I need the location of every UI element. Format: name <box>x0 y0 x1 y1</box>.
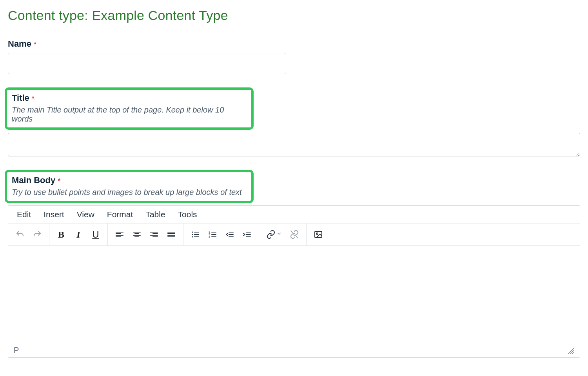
title-input[interactable] <box>8 133 580 156</box>
tb-group-media <box>307 223 330 245</box>
align-justify-icon <box>167 230 176 239</box>
outdent-icon <box>225 230 234 239</box>
body-highlight-box: Main Body * Try to use bullet points and… <box>5 170 254 203</box>
align-right-button[interactable] <box>145 226 163 243</box>
svg-point-16 <box>192 232 193 233</box>
required-marker: * <box>32 95 34 102</box>
rich-text-editor: Edit Insert View Format Table Tools <box>8 205 580 358</box>
title-highlight-box: Title * The main Title output at the top… <box>5 87 254 130</box>
link-icon <box>266 230 276 239</box>
required-marker: * <box>34 41 36 48</box>
rte-statusbar: P <box>8 344 580 357</box>
underline-icon: U <box>92 229 99 240</box>
tb-group-lists: 123 <box>183 223 259 245</box>
name-label: Name <box>8 39 31 49</box>
underline-button[interactable]: U <box>87 226 104 243</box>
field-main-body: Main Body * Try to use bullet points and… <box>8 170 580 358</box>
tb-group-align <box>108 223 183 245</box>
tb-group-link <box>259 223 307 245</box>
align-left-button[interactable] <box>111 226 128 243</box>
align-center-icon <box>132 230 142 239</box>
chevron-down-icon <box>276 231 282 238</box>
bold-icon: B <box>58 229 64 240</box>
undo-icon <box>15 230 25 239</box>
svg-point-37 <box>316 233 318 234</box>
svg-point-18 <box>192 236 193 238</box>
unlink-button[interactable] <box>286 226 303 243</box>
bold-button[interactable]: B <box>53 226 70 243</box>
align-right-icon <box>149 230 159 239</box>
rte-menu-tools[interactable]: Tools <box>178 210 197 219</box>
svg-line-34 <box>291 231 292 233</box>
italic-icon: I <box>76 229 80 240</box>
image-icon <box>314 230 323 239</box>
italic-button[interactable]: I <box>70 226 87 243</box>
title-help-text: The main Title output at the top of the … <box>12 105 247 124</box>
undo-button[interactable] <box>11 226 29 243</box>
list-bullet-icon <box>191 230 200 239</box>
bullet-list-button[interactable] <box>187 226 204 243</box>
outdent-button[interactable] <box>221 226 238 243</box>
body-label: Main Body <box>12 175 55 185</box>
align-justify-button[interactable] <box>163 226 180 243</box>
rte-element-path: P <box>14 346 19 355</box>
redo-icon <box>33 230 42 239</box>
rte-menu-edit[interactable]: Edit <box>17 210 31 219</box>
link-button[interactable] <box>262 226 286 243</box>
required-marker: * <box>58 178 60 184</box>
tb-group-history <box>8 223 49 245</box>
rte-menu-table[interactable]: Table <box>145 210 165 219</box>
field-title: Title * The main Title output at the top… <box>8 87 580 156</box>
name-input[interactable] <box>8 53 286 74</box>
indent-button[interactable] <box>238 226 256 243</box>
page-heading: Content type: Example Content Type <box>8 8 580 23</box>
svg-line-35 <box>296 236 298 238</box>
svg-point-17 <box>192 234 193 235</box>
indent-icon <box>242 230 252 239</box>
rte-menubar: Edit Insert View Format Table Tools <box>8 206 580 223</box>
numbered-list-button[interactable]: 123 <box>204 226 221 243</box>
unlink-icon <box>290 230 299 239</box>
rte-toolbar: B I U <box>8 223 580 246</box>
svg-text:3: 3 <box>209 235 210 238</box>
rte-content-area[interactable] <box>8 246 580 344</box>
rte-menu-insert[interactable]: Insert <box>44 210 64 219</box>
rte-menu-format[interactable]: Format <box>107 210 133 219</box>
title-label: Title <box>12 93 29 103</box>
resize-handle[interactable] <box>568 347 574 354</box>
list-number-icon: 123 <box>208 230 217 239</box>
align-center-button[interactable] <box>128 226 145 243</box>
align-left-icon <box>115 230 124 239</box>
field-name: Name * <box>8 39 580 74</box>
tb-group-font-style: B I U <box>49 223 108 245</box>
body-help-text: Try to use bullet points and images to b… <box>12 188 247 197</box>
insert-image-button[interactable] <box>310 226 327 243</box>
redo-button[interactable] <box>29 226 46 243</box>
rte-menu-view[interactable]: View <box>77 210 94 219</box>
